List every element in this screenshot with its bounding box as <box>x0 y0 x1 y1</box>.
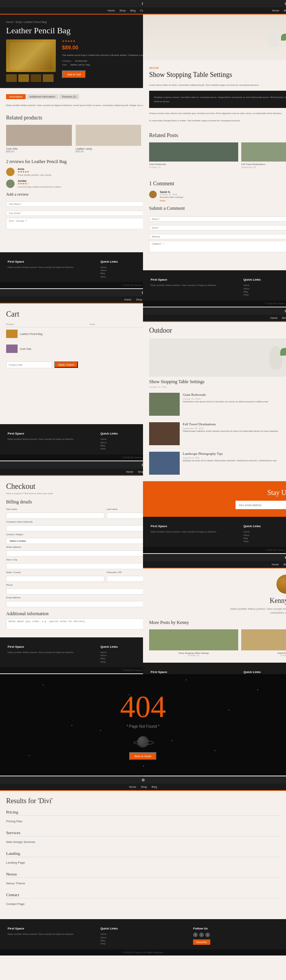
checkout-nav-home[interactable]: Home <box>126 470 133 473</box>
tags-label: Tags: <box>62 64 67 66</box>
blog-post-card-3[interactable]: Landscape Photography Tips August 14, 20… <box>149 452 286 478</box>
plant-leaf-1 <box>281 34 286 41</box>
blog-cat-nav-blog[interactable]: Blog <box>282 317 286 319</box>
footer-col-1: First Space Etiam porttitor finibus pret… <box>8 260 93 279</box>
reviewer-avatar-2 <box>6 180 15 188</box>
blog-post-card-2[interactable]: Fall Travel Destinations September 28, 2… <box>149 422 286 449</box>
related-posts-grid: Giant Redwoods October 12 Fall Travel De… <box>149 142 286 168</box>
blog-cat-logo-icon: ⚙ <box>284 309 286 313</box>
comment-form-title: Submit a Comment <box>149 206 286 211</box>
add-to-cart-button[interactable]: Add to Cart <box>62 70 86 78</box>
tab-reviews[interactable]: Reviews (2) <box>59 94 79 99</box>
author-posts-grid: Show Stopping Table Settings October 15 … <box>149 629 286 657</box>
blog-cat-footer-col-1: First Space Etiam porttitor finibus pret… <box>151 524 236 543</box>
author-nav-home[interactable]: Home <box>272 563 279 566</box>
blog-footer-title-2: Quick Links <box>244 278 286 281</box>
cart-nav-home[interactable]: Home <box>124 298 132 301</box>
blog-nav-blog[interactable]: Blog <box>284 9 286 12</box>
featured-blog-post[interactable]: Show Stopping Table Settings October 15,… <box>149 338 286 388</box>
comment-email-field <box>149 223 286 230</box>
blog-post-card-1[interactable]: Giant Redwoods October 12, 2020 Vestibul… <box>149 393 286 419</box>
apply-coupon-button[interactable]: Apply coupon <box>54 361 78 368</box>
first-name-row: First name <box>6 508 104 519</box>
product-thumb-1[interactable] <box>6 74 17 82</box>
blog-post-title: Show Stopping Table Settings <box>149 71 286 79</box>
stay-updated-email-input[interactable] <box>236 501 286 509</box>
comment-text-1: Beautiful table settings! <box>160 196 184 199</box>
related-post-2[interactable]: Fall Travel Destinations September 28 <box>241 142 286 168</box>
blog-body-1: Lorem ipsum dolor sit amet, consectetur … <box>149 83 286 87</box>
blog-nav-home[interactable]: Home <box>272 9 279 12</box>
blog-post-card-content-2: Fall Travel Destinations September 28, 2… <box>183 422 286 445</box>
search-nav-home[interactable]: Home <box>129 786 136 788</box>
blog-post-card-excerpt-2: Pellentesque habitant morbi tristique se… <box>183 430 286 433</box>
author-avatar <box>276 575 286 594</box>
blog-post-page: ⚙ Home Blog Shop <box>143 0 286 307</box>
reviewer-avatar-1 <box>6 168 15 176</box>
state-row: State / County <box>6 571 104 582</box>
vase-1 <box>268 28 280 47</box>
blog-category-label: DECOR <box>149 67 286 69</box>
blog-footer-links: HomeAboutBlogShop <box>244 284 286 297</box>
author-posts-title: More Posts by Kenny <box>149 620 286 626</box>
comment-website-field <box>149 232 286 239</box>
blog-cat-footer-links: HomeAboutBlogShop <box>244 530 286 543</box>
back-home-button[interactable]: Back to Home <box>129 752 157 760</box>
state-label: State / County <box>6 571 104 573</box>
cart-nav-shop[interactable]: Shop <box>136 298 142 301</box>
blog-footer-text-1: Etiam porttitor finibus pretium. Nam sus… <box>151 284 236 287</box>
blog-cat-copyright: © 2020 Divi Theme. All Rights Reserved. <box>265 549 286 551</box>
author-post-image-2 <box>241 629 286 650</box>
product-image-inner <box>10 42 52 69</box>
blog-footer-title-1: First Space <box>151 278 236 281</box>
blog-body-3: In consectetur feugiat libero a mattis. … <box>149 119 286 122</box>
comment-reply-1[interactable]: Reply <box>160 199 184 202</box>
search-footer-text-1: Etiam porttitor finibus pretium. Nam sus… <box>8 933 93 936</box>
blog-post-card-content-1: Giant Redwoods October 12, 2020 Vestibul… <box>183 393 286 416</box>
related-product-1[interactable]: Cork Tote $69.00 <box>6 125 72 153</box>
blog-post-card-excerpt-3: Quisque sit amet est et sapien ullamcorp… <box>183 459 286 462</box>
blog-post-card-excerpt-1: Vestibulum ante ipsum primis in faucibus… <box>183 400 286 403</box>
product-thumb-2[interactable] <box>18 74 29 82</box>
comment-website-input[interactable] <box>149 234 286 239</box>
coupon-input[interactable] <box>6 361 52 368</box>
comment-message-input[interactable] <box>149 241 286 252</box>
author-post-1[interactable]: Show Stopping Table Settings October 15 <box>149 629 238 657</box>
author-nav-blog[interactable]: Blog <box>283 563 286 566</box>
blog-cat-top-bar: ⚙ <box>143 307 286 315</box>
related-post-date-1: October 12 <box>149 166 238 168</box>
category-value: Accessories <box>75 60 87 62</box>
product-images <box>6 39 56 82</box>
blog-nav: Home Blog Shop <box>143 7 286 15</box>
comment-email-input[interactable] <box>149 225 286 230</box>
footer-col1-text: Etiam porttitor finibus pretium. Nam sus… <box>8 266 93 269</box>
author-post-2[interactable]: Giant Redwoods October 12 <box>241 629 286 657</box>
related-product-image-1 <box>6 125 72 146</box>
product-thumb-4[interactable] <box>43 74 54 82</box>
blog-cat-nav: Home Blog Outdoor <box>143 315 286 322</box>
blog-copyright: © 2020 Divi Theme. All Rights Reserved. <box>265 302 286 305</box>
author-post-image-1 <box>149 629 238 650</box>
blog-cat-footer: First Space Etiam porttitor finibus pret… <box>143 517 286 547</box>
blog-footer-col-2: Quick Links HomeAboutBlogShop <box>244 278 286 297</box>
nav-blog[interactable]: Blog <box>130 9 136 12</box>
product-thumb-3[interactable] <box>31 74 41 82</box>
commenter-name-1: Sarah S. <box>160 191 184 193</box>
related-product-2[interactable]: Leather Lamp $45.00 <box>76 125 141 153</box>
related-post-image-2 <box>241 142 286 162</box>
comment-count-title: 1 Comment <box>149 181 286 187</box>
nav-shop[interactable]: Shop <box>119 9 125 12</box>
blog-footer-bottom: © 2020 Divi Theme. All Rights Reserved. <box>143 301 286 307</box>
related-post-1[interactable]: Giant Redwoods October 12 <box>149 142 238 168</box>
first-name-input[interactable] <box>6 513 104 519</box>
comment-name-input[interactable] <box>149 216 286 222</box>
blog-cat-nav-home[interactable]: Home <box>270 317 278 319</box>
nav-home[interactable]: Home <box>108 9 115 12</box>
tab-additional-info[interactable]: Additional information <box>26 94 58 99</box>
state-input[interactable] <box>6 576 104 582</box>
blog-cat-footer-title-1: First Space <box>151 524 236 528</box>
blog-cat-footer-col-2: Quick Links HomeAboutBlogShop <box>244 524 286 543</box>
cart-header-product: Product <box>6 323 90 325</box>
search-footer-col-1: First Space Etiam porttitor finibus pret… <box>8 927 93 946</box>
tab-description[interactable]: Description <box>6 94 26 99</box>
